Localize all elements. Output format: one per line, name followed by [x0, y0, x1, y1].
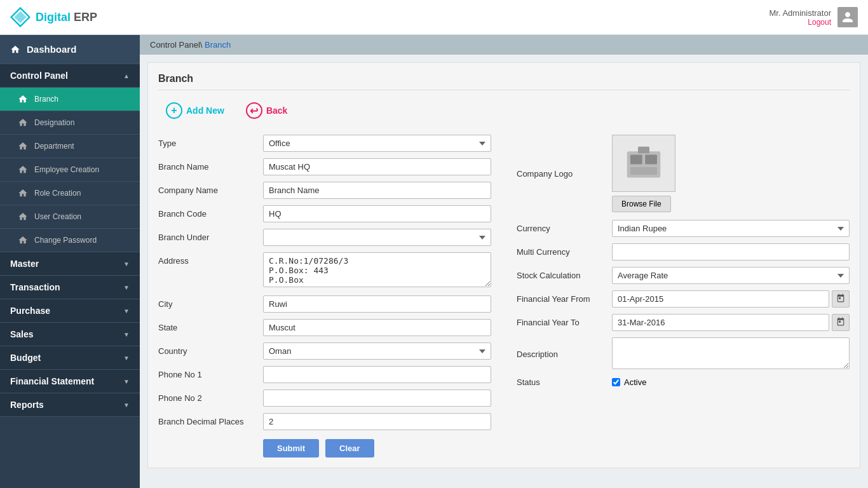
user-avatar — [837, 7, 858, 27]
address-textarea[interactable]: C.R.No:1/07286/3 P.O.Box: 443 P.O.Box — [263, 252, 491, 287]
state-row: State — [158, 319, 491, 336]
status-checkbox[interactable] — [612, 378, 620, 386]
type-label: Type — [158, 135, 263, 148]
currency-label: Currency — [517, 224, 612, 233]
logo-upload-area — [612, 135, 675, 192]
sidebar-nav-purchase[interactable]: Purchase ▼ — [0, 299, 140, 323]
logout-link[interactable]: Logout — [769, 18, 831, 27]
fy-from-input[interactable] — [612, 290, 829, 308]
top-header: Digital ERP Mr. Administrator Logout — [0, 0, 868, 35]
sidebar-nav-budget[interactable]: Budget ▼ — [0, 346, 140, 370]
decimal-places-label: Branch Decimal Places — [158, 413, 263, 426]
form-left-section: Type Office Branch Warehouse Branch Name — [158, 135, 491, 458]
phone2-label: Phone No 2 — [158, 390, 263, 403]
stock-calc-label: Stock Calculation — [517, 271, 612, 280]
country-select[interactable]: Oman India UAE — [263, 342, 491, 360]
action-bar: + Add New ↩ Back — [158, 99, 850, 122]
breadcrumb: Control Panel\ Branch — [140, 35, 868, 55]
company-name-row: Company Name — [158, 182, 491, 199]
svg-rect-3 — [630, 155, 642, 165]
stock-calc-row: Stock Calculation Average Rate FIFO LIFO — [517, 267, 850, 284]
phone1-field-wrap — [263, 366, 491, 383]
branch-name-row: Branch Name — [158, 158, 491, 175]
sidebar-item-department[interactable]: Department — [0, 135, 140, 158]
type-select[interactable]: Office Branch Warehouse — [263, 135, 491, 152]
layout: Dashboard Control Panel ▲ Branch Designa… — [0, 35, 868, 488]
decimal-places-input[interactable] — [263, 413, 491, 430]
add-icon: + — [166, 102, 182, 119]
stock-calc-select[interactable]: Average Rate FIFO LIFO — [612, 267, 850, 284]
currency-field-wrap: Indian Rupee Omani Rial USD — [612, 220, 850, 237]
chevron-down-icon: ▼ — [123, 331, 130, 338]
phone2-row: Phone No 2 — [158, 390, 491, 407]
state-label: State — [158, 319, 263, 332]
sidebar-item-user-creation[interactable]: User Creation — [0, 205, 140, 229]
state-input[interactable] — [263, 319, 491, 336]
city-label: City — [158, 295, 263, 309]
multi-currency-input[interactable] — [612, 243, 850, 261]
svg-rect-5 — [630, 167, 657, 175]
fy-to-calendar-button[interactable] — [832, 314, 850, 331]
chevron-down-icon: ▼ — [123, 402, 130, 409]
sidebar-item-role-creation[interactable]: Role Creation — [0, 182, 140, 205]
chevron-down-icon: ▼ — [123, 261, 130, 268]
sidebar-control-panel-header[interactable]: Control Panel ▲ — [0, 64, 140, 88]
sidebar-item-branch[interactable]: Branch — [0, 88, 140, 111]
decimal-places-row: Branch Decimal Places — [158, 413, 491, 430]
panel-title: Branch — [158, 73, 850, 90]
sidebar-nav-reports[interactable]: Reports ▼ — [0, 393, 140, 417]
sidebar-nav-transaction[interactable]: Transaction ▼ — [0, 276, 140, 299]
content-panel: Branch + Add New ↩ Back Type — [147, 62, 860, 468]
fy-to-field-wrap — [612, 314, 850, 331]
branch-under-select[interactable] — [263, 229, 491, 246]
company-logo-placeholder — [625, 144, 663, 182]
multi-currency-field-wrap — [612, 243, 850, 261]
fy-from-field-wrap — [612, 290, 850, 308]
company-name-input[interactable] — [263, 182, 491, 199]
branch-under-label: Branch Under — [158, 229, 263, 242]
breadcrumb-current[interactable]: Branch — [205, 40, 231, 50]
add-new-button[interactable]: + Add New — [158, 99, 232, 122]
phone2-field-wrap — [263, 390, 491, 407]
browse-file-button[interactable]: Browse File — [612, 196, 671, 212]
breadcrumb-parent: Control Panel — [150, 40, 200, 50]
sidebar-item-dashboard[interactable]: Dashboard — [0, 35, 140, 64]
city-field-wrap — [263, 295, 491, 313]
multi-currency-label: Multi Currency — [517, 247, 612, 257]
form-grid: Type Office Branch Warehouse Branch Name — [158, 135, 850, 458]
fy-from-calendar-button[interactable] — [832, 290, 850, 308]
user-area: Mr. Administrator Logout — [769, 7, 858, 27]
back-button[interactable]: ↩ Back — [238, 99, 295, 122]
currency-select[interactable]: Indian Rupee Omani Rial USD — [612, 220, 850, 237]
sidebar-item-change-password[interactable]: Change Password — [0, 229, 140, 252]
logo-icon — [10, 7, 31, 27]
sidebar-nav-master[interactable]: Master ▼ — [0, 252, 140, 276]
branch-name-input[interactable] — [263, 158, 491, 175]
svg-rect-4 — [645, 155, 657, 165]
company-name-label: Company Name — [158, 182, 263, 195]
chevron-down-icon: ▼ — [123, 284, 130, 291]
sidebar-nav-financial-statement[interactable]: Financial Statement ▼ — [0, 370, 140, 393]
branch-code-input[interactable] — [263, 205, 491, 222]
chevron-down-icon: ▼ — [123, 355, 130, 362]
company-logo-upload: Browse File — [612, 135, 850, 212]
fy-to-input[interactable] — [612, 314, 829, 331]
sidebar-item-employee-creation[interactable]: Employee Creation — [0, 158, 140, 182]
branch-name-field-wrap — [263, 158, 491, 175]
description-textarea[interactable] — [612, 337, 850, 369]
branch-code-field-wrap — [263, 205, 491, 222]
address-label: Address — [158, 252, 263, 266]
chevron-down-icon: ▼ — [123, 378, 130, 385]
city-input[interactable] — [263, 295, 491, 313]
status-label: Status — [517, 377, 612, 387]
phone2-input[interactable] — [263, 390, 491, 407]
company-name-field-wrap — [263, 182, 491, 199]
phone1-input[interactable] — [263, 366, 491, 383]
sidebar-item-designation[interactable]: Designation — [0, 111, 140, 135]
chevron-down-icon: ▼ — [123, 308, 130, 315]
clear-button[interactable]: Clear — [325, 439, 374, 458]
sidebar-nav-sales[interactable]: Sales ▼ — [0, 323, 140, 346]
address-row: Address C.R.No:1/07286/3 P.O.Box: 443 P.… — [158, 252, 491, 289]
submit-button[interactable]: Submit — [263, 439, 319, 458]
branch-code-row: Branch Code — [158, 205, 491, 222]
